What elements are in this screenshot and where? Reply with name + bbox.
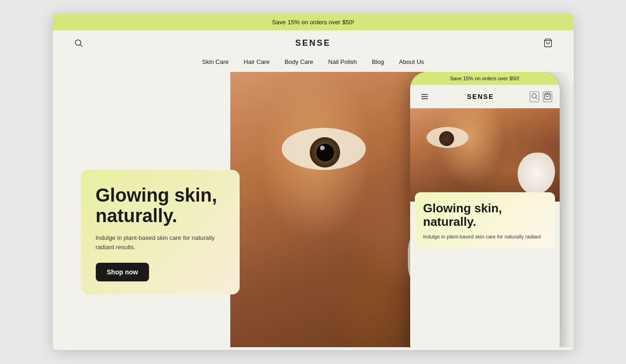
nav-item-skin-care[interactable]: Skin Care	[202, 58, 228, 65]
hero-subtext: Indulge in plant-based skin care for nat…	[96, 233, 225, 252]
shop-now-button[interactable]: Shop now	[96, 263, 149, 281]
phone-cream-blob	[518, 153, 555, 195]
phone-search-button[interactable]	[530, 91, 539, 102]
phone-hero-card: Glowing skin, naturally. Indulge in plan…	[415, 192, 555, 248]
cart-button[interactable]	[541, 36, 555, 50]
nav-item-body-care[interactable]: Body Care	[285, 58, 313, 65]
nav-item-blog[interactable]: Blog	[372, 58, 384, 65]
nav-item-about-us[interactable]: About Us	[399, 58, 424, 65]
header: SENSE	[53, 30, 574, 56]
nav-item-hair-care[interactable]: Hair Care	[244, 58, 270, 65]
announcement-bar: Save 15% on orders over $50!	[53, 14, 574, 30]
phone-cart-button[interactable]	[543, 91, 552, 102]
phone-eye-area	[420, 118, 480, 155]
search-button[interactable]	[71, 36, 85, 50]
eye-area	[268, 109, 389, 184]
phone-announcement-text: Save 15% on orders over $50!	[450, 76, 519, 81]
svg-line-1	[80, 45, 82, 47]
phone-search-icon	[531, 92, 538, 100]
phone-hero-image	[410, 108, 560, 202]
phone-mockup: Save 15% on orders over $50! SENSE	[410, 72, 560, 347]
phone-cart-icon	[544, 92, 551, 100]
svg-point-6	[532, 93, 536, 98]
phone-header: SENSE	[410, 85, 560, 108]
main-nav: Skin Care Hair Care Body Care Nail Polis…	[53, 56, 574, 72]
announcement-text: Save 15% on orders over $50!	[272, 19, 354, 26]
phone-hero-subtext: Indulge in plant-based skin care for nat…	[423, 233, 547, 241]
svg-point-0	[75, 40, 81, 45]
eye-highlight	[320, 146, 325, 150]
phone-hero-heading: Glowing skin, naturally.	[423, 202, 547, 228]
nav-item-nail-polish[interactable]: Nail Polish	[328, 58, 357, 65]
header-right-icons	[541, 36, 555, 50]
hero-card: Glowing skin, naturally. Indulge in plan…	[81, 170, 240, 294]
phone-site-logo: SENSE	[467, 93, 494, 100]
search-icon	[74, 38, 83, 48]
eye-pupil	[316, 144, 334, 161]
header-left-icons	[71, 36, 85, 50]
phone-right-icons	[530, 91, 552, 102]
phone-eye-iris	[439, 131, 454, 146]
cart-icon	[543, 38, 553, 48]
phone-menu-button[interactable]	[418, 90, 432, 104]
svg-line-7	[536, 98, 538, 99]
site-logo[interactable]: SENSE	[295, 38, 331, 48]
browser-window: Save 15% on orders over $50! SENSE	[53, 14, 574, 350]
hamburger-icon	[420, 92, 429, 101]
phone-announcement-bar: Save 15% on orders over $50!	[410, 72, 560, 85]
hero-heading: Glowing skin, naturally.	[96, 185, 225, 226]
hero-section: Glowing skin, naturally. Indulge in plan…	[53, 72, 574, 347]
phone-inner: Save 15% on orders over $50! SENSE	[410, 72, 560, 347]
